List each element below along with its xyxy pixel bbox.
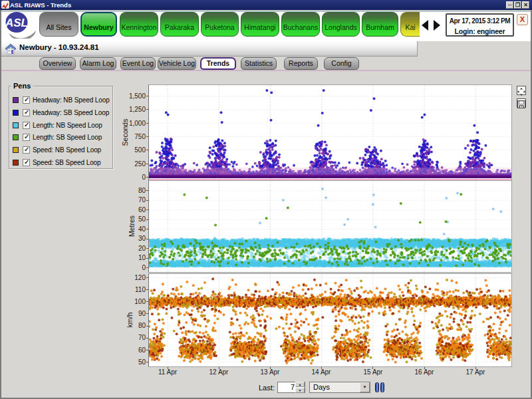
svg-text:ASL: ASL — [5, 17, 28, 29]
